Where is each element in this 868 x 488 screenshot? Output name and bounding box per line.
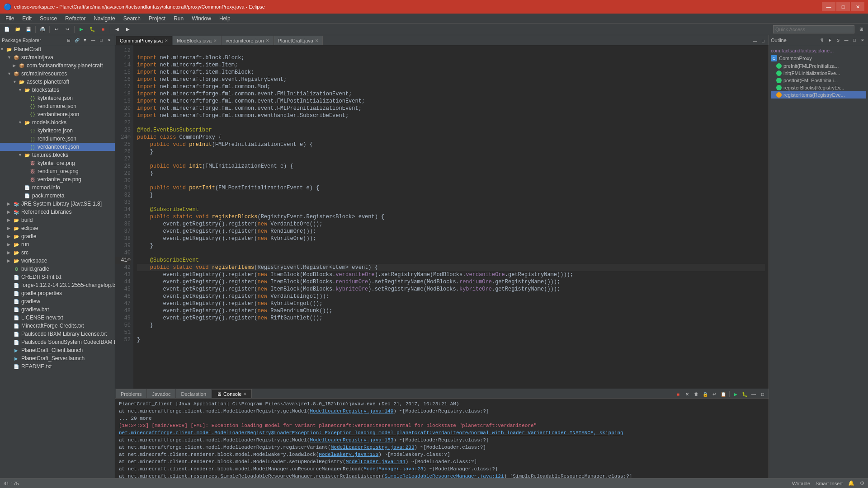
minimize-button[interactable]: —: [822, 2, 835, 11]
tree-item-verdaniteore-json2[interactable]: ▶ { } verdaniteore.json: [0, 143, 115, 151]
maximize-outline-button[interactable]: □: [851, 37, 858, 44]
outline-item-init[interactable]: init(FMLInitializationEve...: [771, 70, 866, 77]
outline-item-registeritems[interactable]: registerItems(RegistryEve...: [771, 91, 866, 99]
redo-button[interactable]: ↪: [62, 25, 72, 34]
scroll-lock-button[interactable]: 🔒: [701, 390, 709, 398]
tab-console[interactable]: 🖥 Console ✕: [212, 389, 252, 398]
tree-item-readme[interactable]: ▶ 📄 README.txt: [0, 362, 115, 371]
tree-item-models-blocks[interactable]: ▼ 📂 models.blocks: [0, 118, 115, 127]
tab-javadoc[interactable]: Javadoc: [147, 389, 175, 398]
tree-item-src-main-java[interactable]: ▼ 📦 src/main/java: [0, 53, 115, 61]
print-button[interactable]: 🖨️: [38, 25, 47, 34]
tree-item-src-main-resources[interactable]: ▼ 📦 src/main/resources: [0, 70, 115, 78]
tab-console-close[interactable]: ✕: [243, 392, 247, 396]
tree-item-rendiumore-json2[interactable]: ▶ { } rendiumore.json: [0, 135, 115, 143]
menu-window[interactable]: Window: [188, 14, 215, 23]
tab-commonproxy[interactable]: CommonProxy.java ✕: [116, 36, 172, 45]
tree-item-gradlew-bat[interactable]: ▶ 📄 gradlew.bat: [0, 305, 115, 314]
tree-item-minecraftforge-credits[interactable]: ▶ 📄 MinecraftForge-Credits.txt: [0, 322, 115, 330]
console-link-3[interactable]: ModelLoaderRegistry.java:153: [310, 437, 393, 443]
tree-item-planetcraft-client-launch[interactable]: ▶ ▶ PlanetCraft_Client.launch: [0, 346, 115, 354]
outline-item-postinit[interactable]: postInit(FMLPostInitiali...: [771, 77, 866, 84]
menu-project[interactable]: Project: [145, 14, 169, 23]
tree-item-verdaniteore-json-bs[interactable]: ▶ { } verdaniteore.json: [0, 110, 115, 118]
tab-modblocks-close[interactable]: ✕: [213, 38, 217, 43]
back-button[interactable]: ◀: [112, 25, 122, 34]
collapse-all-button[interactable]: ⊟: [65, 37, 72, 44]
close-panel-button[interactable]: ✕: [106, 37, 113, 44]
tab-verdaniteore-json[interactable]: verdaniteore.json ✕: [222, 36, 273, 45]
terminate-button[interactable]: ■: [674, 390, 682, 398]
debug-button[interactable]: 🐛: [87, 25, 97, 34]
word-wrap-button[interactable]: ↵: [710, 390, 718, 398]
quick-access-input[interactable]: [773, 25, 854, 33]
tree-item-verdanite-ore-png[interactable]: ▶ 🖼 verdanite_ore.png: [0, 175, 115, 183]
open-console-button[interactable]: 📋: [719, 390, 727, 398]
minimize-outline-button[interactable]: —: [843, 37, 850, 44]
console-link-4[interactable]: ModelLoaderRegistry.java:233: [331, 445, 415, 450]
hide-fields-button[interactable]: F: [826, 37, 834, 44]
menu-source[interactable]: Source: [36, 14, 61, 23]
explorer-menu-button[interactable]: ▼: [81, 37, 89, 44]
tab-planetcraft-java[interactable]: PlanetCraft.java ✕: [274, 36, 323, 45]
tree-item-kybriteore-json[interactable]: ▶ { } kybriteore.json: [0, 94, 115, 102]
title-bar-controls[interactable]: — □ ✕: [822, 2, 864, 11]
tab-modblocks[interactable]: ModBlocks.java ✕: [173, 36, 221, 45]
tree-item-paulscode-ibxm[interactable]: ▶ 📄 Paulscode IBXM Library License.txt: [0, 330, 115, 338]
open-button[interactable]: 📁: [13, 25, 23, 34]
tree-item-gradle-properties[interactable]: ▶ 📄 gradle.properties: [0, 289, 115, 297]
console-link-2[interactable]: net.minecraftforge.client.model.ModelLoa…: [119, 430, 623, 436]
minimize-editor-button[interactable]: —: [751, 38, 759, 45]
console-link-1[interactable]: ModelLoaderRegistry.java:149: [310, 408, 393, 414]
tree-item-build[interactable]: ▶ 📂 build: [0, 216, 115, 224]
console-link-5[interactable]: ModelBakery.java:153: [319, 452, 378, 457]
tree-item-gradlew[interactable]: ▶ 📄 gradlew: [0, 297, 115, 305]
tree-item-build-gradle[interactable]: ▶ ⚙ build.gradle: [0, 265, 115, 273]
menu-navigate[interactable]: Navigate: [90, 14, 118, 23]
debug-last-button[interactable]: 🐛: [741, 390, 749, 398]
run-last-button[interactable]: ▶: [731, 390, 740, 398]
menu-search[interactable]: Search: [120, 14, 144, 23]
tree-item-assets-planetcraft[interactable]: ▼ 📂 assets.planetcraft: [0, 78, 115, 86]
minimize-panel-button[interactable]: —: [90, 37, 97, 44]
tree-item-src[interactable]: ▶ 📂 src: [0, 249, 115, 257]
tree-item-workspace[interactable]: ▶ 📂 workspace: [0, 257, 115, 265]
tree-item-credits-fml[interactable]: ▶ 📄 CREDITS-fml.txt: [0, 273, 115, 281]
run-button[interactable]: ▶: [76, 25, 86, 34]
open-perspective-button[interactable]: ⊞: [856, 25, 866, 34]
tab-verdaniteore-close[interactable]: ✕: [266, 38, 269, 43]
stop-button[interactable]: ■: [98, 25, 108, 34]
menu-edit[interactable]: Edit: [19, 14, 35, 23]
tree-item-jre-system[interactable]: ▶ 📚 JRE System Library [JavaSE-1.8]: [0, 200, 115, 208]
tree-item-license-new[interactable]: ▶ 📄 LICENSE-new.txt: [0, 314, 115, 322]
console-link-6[interactable]: ModelLoader.java:199: [346, 459, 406, 465]
tree-item-rendiumore-json[interactable]: ▶ { } rendiumore.json: [0, 102, 115, 110]
sort-button[interactable]: ⇅: [818, 37, 826, 44]
tab-declaration[interactable]: Declaration: [176, 389, 211, 398]
tree-item-pack-mcmeta[interactable]: ▶ 📄 pack.mcmeta: [0, 192, 115, 200]
remove-launch-button[interactable]: ✕: [683, 390, 691, 398]
menu-run[interactable]: Run: [170, 14, 187, 23]
new-button[interactable]: 📄: [2, 25, 12, 34]
close-outline-button[interactable]: ✕: [859, 37, 866, 44]
tree-item-run[interactable]: ▶ 📂 run: [0, 240, 115, 249]
tab-planetcraft-close[interactable]: ✕: [315, 38, 319, 43]
tree-item-blockstates[interactable]: ▼ 📂 blockstates: [0, 86, 115, 94]
maximize-bottom-button[interactable]: □: [759, 390, 767, 398]
menu-refactor[interactable]: Refactor: [61, 14, 89, 23]
tree-item-planetcraft-server-launch[interactable]: ▶ ▶ PlanetCraft_Server.launch: [0, 354, 115, 362]
outline-item-class[interactable]: C CommonProxy: [771, 54, 866, 62]
undo-button[interactable]: ↩: [52, 25, 61, 34]
tree-item-gradle[interactable]: ▶ 📂 gradle: [0, 232, 115, 240]
tree-item-kybrite-ore-png[interactable]: ▶ 🖼 kybrite_ore.png: [0, 159, 115, 167]
maximize-button[interactable]: □: [836, 2, 850, 11]
tree-item-forge-changelog[interactable]: ▶ 📄 forge-1.12.2-14.23.1.2555-changelog.…: [0, 281, 115, 289]
tab-commonproxy-close[interactable]: ✕: [165, 38, 168, 43]
maximize-panel-button[interactable]: □: [98, 37, 105, 44]
hide-static-button[interactable]: S: [835, 37, 842, 44]
forward-button[interactable]: ▶: [123, 25, 133, 34]
tree-item-paulscode-soundsystem[interactable]: ▶ 📄 Paulscode SoundSystem CodecIBXM Lice…: [0, 338, 115, 346]
tree-item-eclipse[interactable]: ▶ 📂 eclipse: [0, 224, 115, 232]
code-editor[interactable]: 12 13 14 15 16 17 18 19 20 21 22 23 24⊙ …: [115, 45, 769, 389]
tree-item-rendium-ore-png[interactable]: ▶ 🖼 rendium_ore.png: [0, 167, 115, 175]
